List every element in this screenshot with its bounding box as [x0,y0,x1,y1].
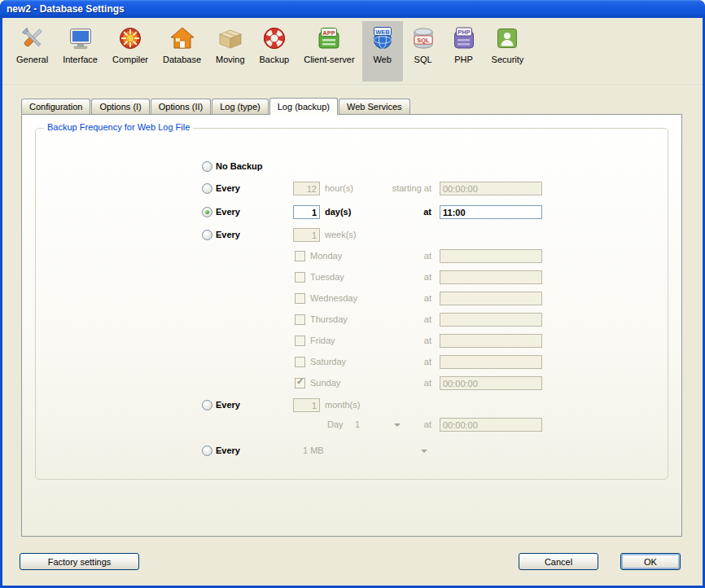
web-icon-text: WEB [375,29,390,36]
radio-every-month[interactable] [202,400,212,410]
tab-options-2[interactable]: Options (II) [151,99,211,114]
radio-every-week[interactable] [202,230,212,240]
toolbar-label: Web [373,55,391,64]
every-hour-label: Every [216,183,240,193]
toolbar-item-php[interactable]: PHP PHP [444,21,484,81]
tab-log-type[interactable]: Log (type) [212,99,269,114]
monday-time-input [440,249,542,263]
cancel-button[interactable]: Cancel [519,553,598,570]
dialog-body: General Interface [2,18,703,586]
sunday-label: Sunday [310,378,340,388]
tuesday-checkbox [295,272,305,283]
tab-options-1[interactable]: Options (I) [91,99,149,114]
friday-label: Friday [310,336,335,345]
tab-log-backup[interactable]: Log (backup) [269,98,338,115]
saturday-checkbox [295,357,305,367]
backup-icon [261,25,287,51]
month-unit-label: month(s) [325,400,360,410]
daily-backup-row: Every day(s) at [36,205,668,220]
tuesday-time-input [440,270,542,284]
radio-every-day[interactable] [202,207,212,217]
client-server-icon: APP [316,25,342,51]
wednesday-at-label: at [345,293,431,303]
day-time-input[interactable] [440,205,542,219]
toolbar-label: Security [492,55,524,64]
month-day-label: Day [327,419,344,429]
log-backup-panel: Backup Frequency for Web Log File No Bac… [21,114,682,537]
sunday-at-label: at [345,378,431,388]
toolbar-item-moving[interactable]: Moving [208,21,252,81]
monday-at-label: at [345,251,431,261]
toolbar-item-security[interactable]: Security [484,21,532,81]
weekday-row-thursday: Thursday at [36,313,668,327]
thursday-at-label: at [345,314,431,324]
factory-settings-button[interactable]: Factory settings [20,553,139,570]
size-backup-row: Every 1 MB [36,444,668,459]
toolbar-item-backup[interactable]: Backup [252,21,297,81]
moving-icon [217,25,243,51]
tab-configuration[interactable]: Configuration [21,99,90,114]
thursday-time-input [440,313,542,327]
database-settings-window: new2 - Database Settings General [0,0,705,588]
friday-checkbox [295,336,305,346]
php-icon-text: PHP [458,29,470,36]
toolbar-label: Database [163,55,201,64]
radio-every-size[interactable] [202,445,212,456]
month-day-row: Day 1 at [36,418,668,432]
toolbar-label: SQL [414,55,432,64]
toolbar-item-interface[interactable]: Interface [55,21,105,81]
tab-web-services[interactable]: Web Services [339,99,410,114]
weekly-backup-row: Every week(s) [36,228,668,243]
window-title: new2 - Database Settings [7,3,125,15]
no-backup-label: No Backup [216,161,262,171]
toolbar-item-general[interactable]: General [9,21,55,81]
app-icon-text: APP [323,29,335,37]
radio-every-hour[interactable] [202,183,212,194]
interface-icon [68,25,94,51]
toolbar-label: Backup [260,55,290,64]
no-backup-row: No Backup [36,160,668,174]
toolbar-item-compiler[interactable]: Compiler [105,21,155,81]
starting-at-label: starting at [345,183,431,193]
month-day-at-label: at [345,419,431,429]
saturday-time-input [440,355,542,369]
thursday-checkbox [295,314,305,325]
tab-strip: Configuration Options (I) Options (II) L… [21,97,411,114]
month-count-input [293,398,320,412]
every-day-label: Every [216,207,240,217]
toolbar-label: Moving [216,55,244,64]
sql-icon: SQL [410,25,436,51]
toolbar-item-sql[interactable]: SQL SQL [403,21,444,81]
hour-time-input [440,182,542,195]
weekday-row-wednesday: Wednesday at [36,292,668,306]
groupbox-title: Backup Frequency for Web Log File [44,122,193,132]
thursday-label: Thursday [310,314,348,324]
toolbar-item-database[interactable]: Database [155,21,208,81]
friday-at-label: at [345,336,431,345]
toolbar-label: Interface [63,55,98,64]
day-count-input[interactable] [293,205,320,219]
month-day-time-input [440,418,542,432]
week-unit-label: week(s) [325,230,357,239]
general-icon [20,25,46,51]
radio-no-backup[interactable] [202,161,212,172]
size-dropdown-icon [421,450,427,453]
toolbar-label: Compiler [112,55,148,64]
size-value: 1 MB [303,445,324,455]
wednesday-time-input [440,292,542,305]
week-count-input [293,228,320,242]
toolbar-item-web[interactable]: WEB Web [362,21,403,81]
sunday-checkbox [295,378,305,388]
backup-frequency-groupbox: Backup Frequency for Web Log File No Bac… [35,128,668,480]
toolbar-item-client-server[interactable]: APP Client-server [296,21,361,81]
weekday-row-monday: Monday at [36,249,668,264]
monday-checkbox [295,251,305,261]
monthly-backup-row: Every month(s) [36,398,668,413]
weekday-row-friday: Friday at [36,334,668,349]
ok-button[interactable]: OK [620,553,681,570]
weekday-row-sunday: Sunday at [36,376,668,391]
weekday-row-saturday: Saturday at [36,355,668,370]
friday-time-input [440,334,542,348]
titlebar[interactable]: new2 - Database Settings [0,0,705,18]
hourly-backup-row: Every hour(s) starting at [36,182,668,196]
